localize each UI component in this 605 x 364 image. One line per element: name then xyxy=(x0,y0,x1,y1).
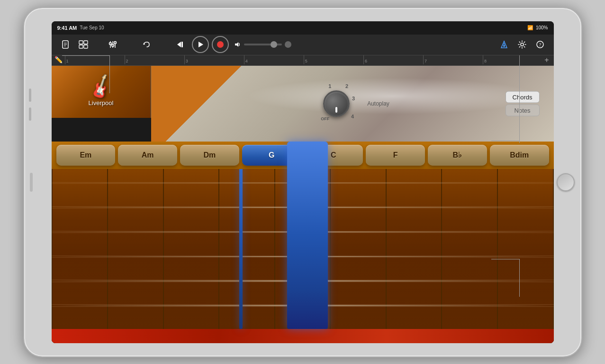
undo-button[interactable] xyxy=(139,36,155,53)
volume-icon xyxy=(235,41,241,48)
svg-marker-15 xyxy=(177,42,181,47)
svg-point-21 xyxy=(503,45,505,47)
volume-slider[interactable] xyxy=(244,44,282,45)
autoplay-knob[interactable] xyxy=(323,90,350,117)
fret-6 xyxy=(331,169,387,343)
autoplay-area: 1 2 3 4 OFF Autoplay Chords Notes xyxy=(151,66,554,142)
cursor-icon: ✏️ xyxy=(54,56,63,64)
record-dot xyxy=(217,41,224,48)
ruler-mark-2: 2 xyxy=(125,55,184,64)
knob-num-1: 1 xyxy=(328,83,331,89)
knob-num-3: 3 xyxy=(352,96,355,101)
ruler-mark-4: 4 xyxy=(244,55,304,64)
wifi-icon: 📶 xyxy=(527,25,533,30)
chord-am[interactable]: Am xyxy=(118,145,177,166)
metronome-button[interactable] xyxy=(496,36,512,53)
svg-rect-6 xyxy=(79,45,83,48)
fret-8 xyxy=(442,169,498,343)
status-bar: 9:41 AM Tue Sep 10 📶 100% xyxy=(52,21,554,35)
track-name: Liverpool xyxy=(89,99,114,107)
active-chord-highlight xyxy=(239,169,243,329)
knob-off: OFF xyxy=(321,116,329,121)
chord-em[interactable]: Em xyxy=(56,145,116,166)
svg-marker-17 xyxy=(199,42,203,47)
battery-indicator: 100% xyxy=(536,25,548,30)
knob-num-4: 4 xyxy=(351,114,354,119)
bottom-strip xyxy=(52,329,554,343)
toolbar: ? xyxy=(52,35,554,55)
side-button[interactable] xyxy=(30,173,33,192)
chord-g[interactable]: G xyxy=(242,145,301,166)
ipad-frame: 9:41 AM Tue Sep 10 📶 100% xyxy=(23,7,582,357)
chord-bdim[interactable]: Bdim xyxy=(490,145,549,166)
chord-f[interactable]: F xyxy=(366,145,425,166)
ruler-mark-3: 3 xyxy=(184,55,244,64)
ruler-mark-5: 5 xyxy=(304,55,363,64)
knob-num-2: 2 xyxy=(345,83,348,89)
home-button[interactable] xyxy=(557,173,575,191)
fret-4-active xyxy=(219,169,275,343)
ruler-mark-1: 1 xyxy=(65,55,125,64)
fret-1 xyxy=(52,169,108,343)
svg-point-13 xyxy=(114,42,116,44)
ruler: ✏️ 1 2 3 4 5 6 7 8 + xyxy=(52,55,554,66)
status-date: Tue Sep 10 xyxy=(80,25,104,30)
notes-button[interactable]: Notes xyxy=(506,104,540,116)
chord-dm[interactable]: Dm xyxy=(180,145,239,166)
knob-indicator xyxy=(335,107,337,113)
ruler-marks: 1 2 3 4 5 6 7 8 xyxy=(65,55,543,65)
chord-buttons-row: Em Am Dm G C F B♭ Bdim xyxy=(52,142,554,169)
ipad-screen: 9:41 AM Tue Sep 10 📶 100% xyxy=(52,21,554,343)
fretboard[interactable] xyxy=(52,169,554,343)
record-button[interactable] xyxy=(212,36,229,53)
svg-rect-4 xyxy=(79,41,83,44)
chords-notes-toggle: Chords Notes xyxy=(506,91,540,116)
svg-rect-7 xyxy=(84,45,88,48)
chord-bb[interactable]: B♭ xyxy=(428,145,487,166)
guitar-icon: 🎸 xyxy=(86,73,115,101)
volume-thumb-end xyxy=(285,41,291,48)
track-triangle-overlay xyxy=(151,66,255,142)
autoplay-label: Autoplay xyxy=(367,100,389,107)
chords-button[interactable]: Chords xyxy=(506,91,540,103)
knob-label-container: Autoplay xyxy=(367,100,389,107)
svg-point-12 xyxy=(111,44,114,47)
rewind-button[interactable] xyxy=(173,36,189,53)
knob-wrapper: 1 2 3 4 OFF xyxy=(315,82,358,125)
fret-3 xyxy=(164,169,220,343)
autoplay-knob-area: 1 2 3 4 OFF Autoplay xyxy=(315,82,389,125)
tracks-button[interactable] xyxy=(75,36,91,53)
add-track-button[interactable]: + xyxy=(542,56,551,64)
frets-container xyxy=(52,169,554,343)
mixer-button[interactable] xyxy=(105,36,121,53)
fret-5 xyxy=(275,169,331,343)
svg-rect-5 xyxy=(84,41,88,44)
svg-rect-16 xyxy=(181,42,183,47)
volume-down-button[interactable] xyxy=(29,107,31,121)
svg-point-11 xyxy=(109,43,111,45)
new-button[interactable] xyxy=(57,36,73,53)
fret-7 xyxy=(387,169,442,343)
transport-group xyxy=(173,36,229,53)
ruler-mark-8: 8 xyxy=(483,55,542,64)
fret-2 xyxy=(108,169,164,343)
svg-point-22 xyxy=(521,43,524,46)
svg-text:?: ? xyxy=(539,42,541,47)
track-header[interactable]: 🎸 Liverpool xyxy=(52,66,151,118)
status-time: 9:41 AM xyxy=(57,25,77,31)
ruler-mark-6: 6 xyxy=(363,55,423,64)
help-button[interactable]: ? xyxy=(532,36,548,53)
settings-button[interactable] xyxy=(514,36,530,53)
volume-up-button[interactable] xyxy=(29,89,31,102)
svg-marker-18 xyxy=(235,42,238,47)
ruler-mark-7: 7 xyxy=(423,55,483,64)
play-button[interactable] xyxy=(192,36,209,53)
chord-c[interactable]: C xyxy=(304,145,363,166)
fret-9 xyxy=(498,169,554,343)
